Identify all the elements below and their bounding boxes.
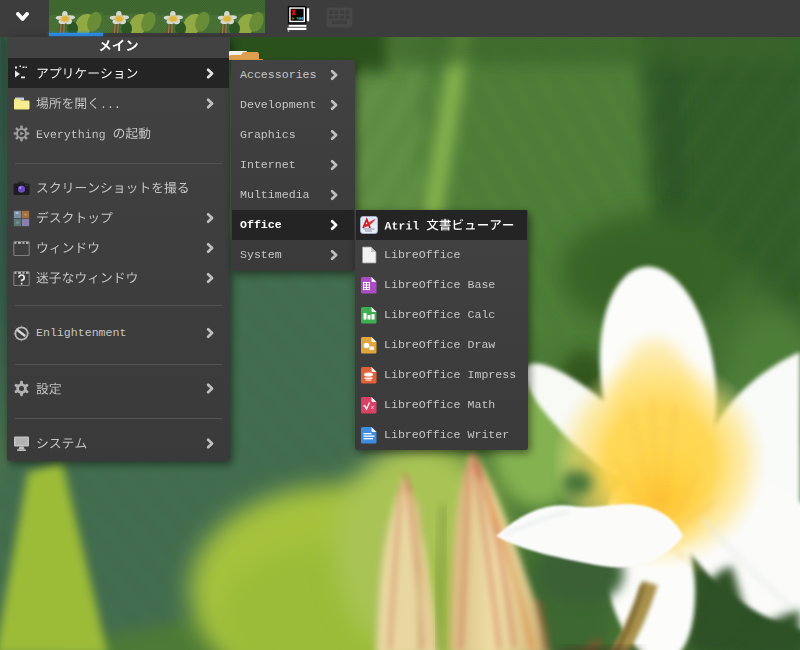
svg-text:x: x	[371, 404, 374, 410]
